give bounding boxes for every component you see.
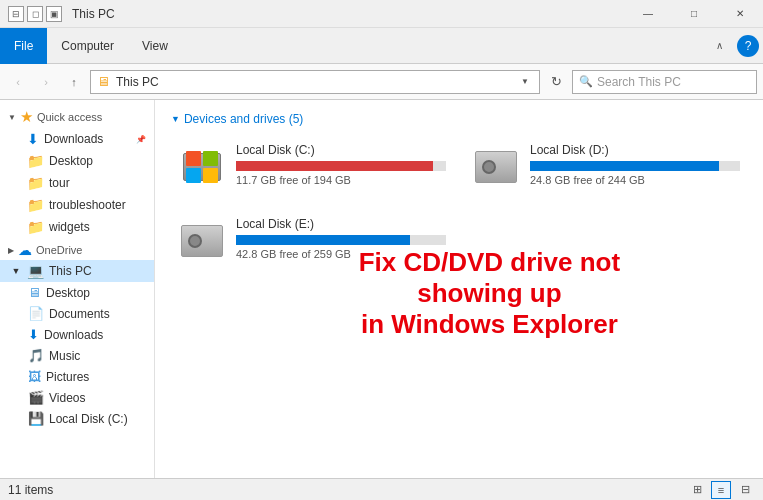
address-box[interactable]: 🖥 This PC ▼: [90, 70, 540, 94]
drive-e-info: Local Disk (E:) 42.8 GB free of 259 GB: [236, 217, 446, 260]
troubleshooter-folder-icon: 📁: [27, 197, 44, 213]
onedrive-icon: ☁: [18, 242, 32, 258]
sidebar-label-music: Music: [49, 349, 80, 363]
sidebar-item-music[interactable]: 🎵 Music: [0, 345, 154, 366]
help-button[interactable]: ?: [737, 35, 759, 57]
disk-circle-icon: [482, 160, 496, 174]
main-area: ▼ ★ Quick access ⬇ Downloads 📌 📁 Desktop…: [0, 100, 763, 478]
content-area: ▼ Devices and drives (5): [155, 100, 763, 478]
status-bar: 11 items ⊞ ≡ ⊟: [0, 478, 763, 500]
drive-d-name: Local Disk (D:): [530, 143, 740, 157]
drive-d-bar-fill: [530, 161, 719, 171]
minimize-button[interactable]: —: [625, 0, 671, 28]
overlay-line2: in Windows Explorer: [353, 309, 627, 340]
drive-item-e[interactable]: Local Disk (E:) 42.8 GB free of 259 GB: [171, 210, 453, 272]
tour-folder-icon: 📁: [27, 175, 44, 191]
sidebar: ▼ ★ Quick access ⬇ Downloads 📌 📁 Desktop…: [0, 100, 155, 478]
quick-access-star-icon: ★: [20, 108, 33, 126]
drive-c-icon: [178, 143, 226, 191]
sidebar-item-widgets-quick[interactable]: 📁 widgets: [0, 216, 154, 238]
app-icon-1: ⊟: [8, 6, 24, 22]
drive-c-name: Local Disk (C:): [236, 143, 446, 157]
ribbon: File Computer View ∧ ?: [0, 28, 763, 64]
drive-e-name: Local Disk (E:): [236, 217, 446, 231]
drive-item-d[interactable]: Local Disk (D:) 24.8 GB free of 244 GB: [465, 136, 747, 198]
view-btn-grid[interactable]: ⊞: [687, 481, 707, 499]
drives-section-header: ▼ Devices and drives (5): [171, 112, 747, 126]
ribbon-tab-view[interactable]: View: [128, 28, 182, 64]
refresh-button[interactable]: ↻: [544, 70, 568, 94]
sidebar-item-downloads-quick[interactable]: ⬇ Downloads 📌: [0, 128, 154, 150]
drive-e-icon-wrap: [178, 217, 226, 265]
view-btn-details[interactable]: ⊟: [735, 481, 755, 499]
section-title: Devices and drives (5): [184, 112, 303, 126]
drive-e-bar-bg: [236, 235, 446, 245]
close-button[interactable]: ✕: [717, 0, 763, 28]
address-dropdown-arrow[interactable]: ▼: [517, 77, 533, 86]
search-icon: 🔍: [579, 75, 593, 88]
section-arrow-icon: ▼: [171, 114, 180, 124]
ribbon-tab-file[interactable]: File: [0, 28, 47, 64]
sidebar-label-widgets-quick: widgets: [49, 220, 90, 234]
drive-d-size: 24.8 GB free of 244 GB: [530, 174, 740, 186]
sidebar-label-documents: Documents: [49, 307, 110, 321]
sidebar-item-pictures[interactable]: 🖼 Pictures: [0, 366, 154, 387]
onedrive-section: ▶ ☁ OneDrive: [0, 238, 154, 260]
drive-e-bar-fill: [236, 235, 410, 245]
sidebar-item-troubleshooter-quick[interactable]: 📁 troubleshooter: [0, 194, 154, 216]
search-placeholder: Search This PC: [597, 75, 681, 89]
app-icon-3: ▣: [46, 6, 62, 22]
sidebar-item-downloads[interactable]: ⬇ Downloads: [0, 324, 154, 345]
back-button[interactable]: ‹: [6, 70, 30, 94]
sidebar-label-videos: Videos: [49, 391, 85, 405]
search-box[interactable]: 🔍 Search This PC: [572, 70, 757, 94]
sidebar-item-desktop[interactable]: 🖥 Desktop: [0, 282, 154, 303]
drive-item-c[interactable]: Local Disk (C:) 11.7 GB free of 194 GB: [171, 136, 453, 198]
address-text: This PC: [116, 75, 511, 89]
sidebar-item-local-disk-c[interactable]: 💾 Local Disk (C:): [0, 408, 154, 429]
view-btn-list[interactable]: ≡: [711, 481, 731, 499]
quick-access-section: ▼ ★ Quick access: [0, 104, 154, 128]
sidebar-label-this-pc: This PC: [49, 264, 92, 278]
disk-e-circle-icon: [188, 234, 202, 248]
pictures-icon: 🖼: [28, 369, 41, 384]
sidebar-label-local-disk-c: Local Disk (C:): [49, 412, 128, 426]
drive-d-info: Local Disk (D:) 24.8 GB free of 244 GB: [530, 143, 740, 186]
onedrive-arrow: ▶: [8, 246, 14, 255]
documents-icon: 📄: [28, 306, 44, 321]
window-title: This PC: [72, 7, 115, 21]
local-disk-icon: 💾: [28, 411, 44, 426]
ribbon-tab-computer[interactable]: Computer: [47, 28, 128, 64]
drive-d-icon-wrap: [472, 143, 520, 191]
sidebar-label-pictures: Pictures: [46, 370, 89, 384]
sidebar-label-desktop-quick: Desktop: [49, 154, 93, 168]
widgets-folder-icon: 📁: [27, 219, 44, 235]
drive-d-bar-bg: [530, 161, 740, 171]
pin-icon: 📌: [136, 135, 146, 144]
desktop-icon: 🖥: [28, 285, 41, 300]
address-bar: ‹ › ↑ 🖥 This PC ▼ ↻ 🔍 Search This PC: [0, 64, 763, 100]
sidebar-item-this-pc[interactable]: ▼ 💻 This PC: [0, 260, 154, 282]
up-button[interactable]: ↑: [62, 70, 86, 94]
sidebar-item-desktop-quick[interactable]: 📁 Desktop: [0, 150, 154, 172]
sidebar-item-videos[interactable]: 🎬 Videos: [0, 387, 154, 408]
maximize-button[interactable]: □: [671, 0, 717, 28]
onedrive-label: OneDrive: [36, 244, 82, 256]
app-icon-2: ◻: [27, 6, 43, 22]
sidebar-label-downloads-quick: Downloads: [44, 132, 103, 146]
forward-button[interactable]: ›: [34, 70, 58, 94]
ribbon-chevron[interactable]: ∧: [706, 40, 733, 51]
drive-c-bar-fill: [236, 161, 433, 171]
sidebar-label-tour-quick: tour: [49, 176, 70, 190]
music-icon: 🎵: [28, 348, 44, 363]
items-count: 11 items: [8, 483, 53, 497]
sidebar-item-documents[interactable]: 📄 Documents: [0, 303, 154, 324]
desktop-folder-icon: 📁: [27, 153, 44, 169]
videos-icon: 🎬: [28, 390, 44, 405]
window-controls: — □ ✕: [625, 0, 763, 28]
this-pc-expand-icon: ▼: [10, 266, 22, 276]
title-bar: ⊟ ◻ ▣ This PC — □ ✕: [0, 0, 763, 28]
folder-icon: 🖥: [97, 74, 110, 89]
title-bar-left: ⊟ ◻ ▣ This PC: [8, 6, 115, 22]
sidebar-item-tour-quick[interactable]: 📁 tour: [0, 172, 154, 194]
